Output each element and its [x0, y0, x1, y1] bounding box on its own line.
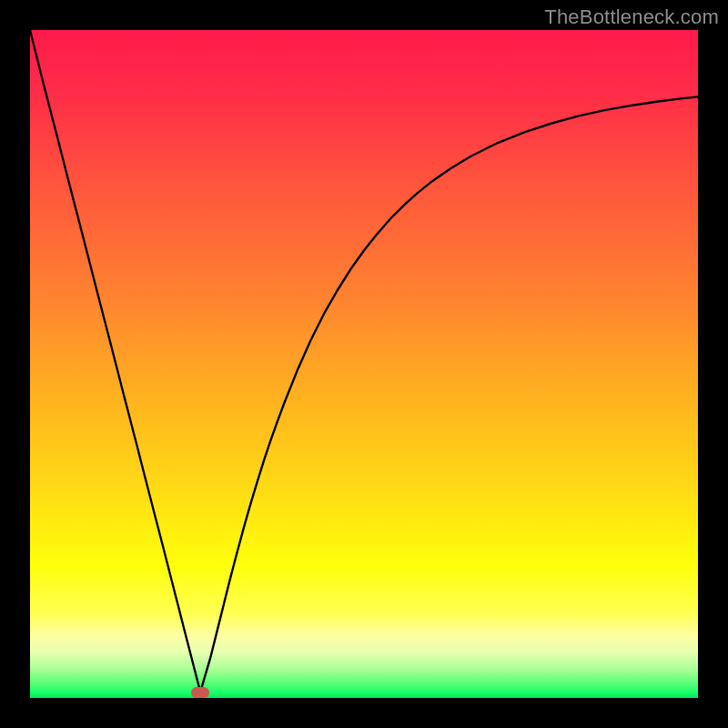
- optimal-point-marker: [191, 687, 209, 698]
- plot-area: [30, 30, 698, 698]
- chart-frame: TheBottleneck.com: [0, 0, 728, 728]
- watermark-text: TheBottleneck.com: [544, 5, 719, 29]
- bottleneck-curve: [30, 30, 698, 698]
